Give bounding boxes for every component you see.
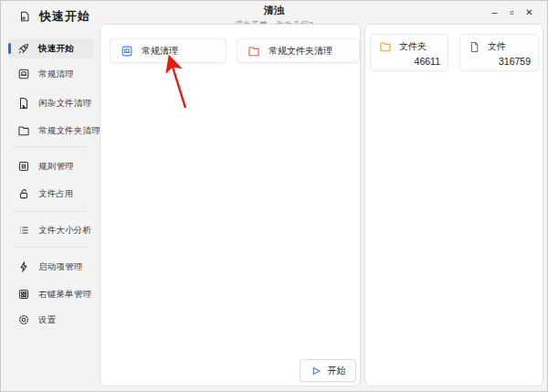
gear-icon	[17, 313, 30, 326]
sidebar-item-label: 规则管理	[38, 161, 74, 173]
sidebar-item-file-occupation[interactable]: 文件占用	[8, 184, 94, 204]
page-preview-icon	[18, 10, 31, 23]
folder-icon	[248, 45, 260, 58]
selected-indicator	[8, 43, 11, 54]
sidebar-divider	[12, 146, 87, 147]
menu-grid-icon	[17, 288, 30, 301]
close-button[interactable]: ✕	[521, 5, 538, 19]
sidebar-divider	[12, 247, 87, 248]
action-label: 常规清理	[142, 45, 178, 58]
sidebar-divider	[12, 211, 87, 212]
play-icon	[311, 366, 321, 376]
action-regular-clean[interactable]: 常规清理	[110, 38, 227, 63]
sidebar: 快速开始 常规清理 闲杂文件清理	[1, 28, 97, 392]
stat-card-folders[interactable]: 文件夹 46611	[370, 34, 448, 71]
sidebar-item-regular-folder-clean[interactable]: 常规文件夹清理	[8, 121, 94, 141]
sidebar-item-label: 常规文件夹清理	[38, 125, 100, 137]
window-controls: – ▫ ✕	[486, 5, 538, 19]
sidebar-item-regular-clean[interactable]: 常规清理	[8, 64, 94, 84]
clean-box-icon	[121, 45, 133, 58]
sidebar-item-label: 启动项管理	[38, 261, 83, 273]
sidebar-item-startup-management[interactable]: 启动项管理	[8, 257, 94, 277]
start-button[interactable]: 开始	[300, 359, 356, 382]
main-panel: 常规清理 常规文件夹清理	[100, 24, 361, 387]
folder-icon	[17, 124, 30, 137]
sidebar-item-label: 右键菜单管理	[38, 289, 91, 301]
stat-card-files[interactable]: 文件 316759	[459, 34, 539, 71]
lock-open-icon	[17, 187, 30, 200]
start-button-label: 开始	[328, 365, 346, 377]
file-clean-icon	[17, 97, 30, 110]
red-pointer-arrow	[155, 55, 192, 113]
rules-icon	[17, 160, 30, 173]
action-label: 常规文件夹清理	[269, 45, 332, 58]
sidebar-item-label: 闲杂文件清理	[38, 98, 91, 110]
sidebar-item-rule-management[interactable]: 规则管理	[8, 156, 94, 176]
rocket-icon	[17, 42, 30, 55]
minimize-button[interactable]: –	[486, 5, 503, 19]
stat-label: 文件夹	[399, 40, 427, 53]
app-title: 清浊	[235, 4, 313, 17]
sidebar-item-misc-file-clean[interactable]: 闲杂文件清理	[8, 93, 94, 113]
list-icon	[17, 224, 30, 237]
stat-value-files: 316759	[469, 56, 531, 67]
sidebar-item-context-menu-management[interactable]: 右键菜单管理	[8, 284, 94, 304]
sidebar-item-label: 设置	[38, 314, 56, 326]
page-title: 快速开始	[39, 8, 90, 25]
sidebar-item-label: 快速开始	[38, 43, 74, 55]
header-left: 快速开始	[18, 8, 90, 25]
sidebar-item-settings[interactable]: 设置	[8, 310, 94, 330]
bolt-icon	[17, 260, 30, 273]
file-icon	[469, 41, 480, 53]
sidebar-item-file-size-analysis[interactable]: 文件大小分析	[8, 220, 94, 240]
clean-box-icon	[17, 68, 30, 80]
app-window: 快速开始 清浊 浮生若梦，为欢几何? – ▫ ✕ 快速开始	[0, 0, 548, 392]
stats-panel: 文件夹 46611 文件 316759	[364, 24, 543, 387]
sidebar-item-quick-start[interactable]: 快速开始	[8, 38, 94, 58]
sidebar-item-label: 文件大小分析	[38, 225, 91, 237]
stat-value-folders: 46611	[379, 56, 440, 67]
sidebar-item-label: 常规清理	[38, 69, 74, 80]
action-regular-folder-clean[interactable]: 常规文件夹清理	[237, 38, 360, 63]
folder-icon	[379, 40, 392, 53]
sidebar-item-label: 文件占用	[38, 188, 74, 200]
stat-label: 文件	[488, 40, 506, 53]
maximize-button[interactable]: ▫	[503, 5, 521, 19]
